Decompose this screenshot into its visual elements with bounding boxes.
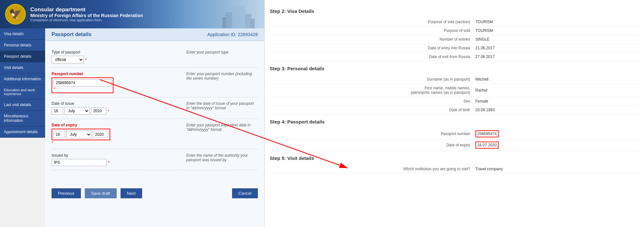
form-body: Type of passport official regular diplom… xyxy=(45,41,264,175)
step2-value-0: TOURISM xyxy=(473,18,639,26)
step5-label-0: Which institution you are going to visit… xyxy=(270,165,473,173)
step5-heading: Step 5: Visit details xyxy=(270,155,639,162)
page-title: Passport details xyxy=(52,32,92,37)
passport-number-row: Passport number * Enter your passport nu… xyxy=(52,68,258,97)
header-subtitle: Completion of electronic visa applicatio… xyxy=(30,18,143,22)
table-row: Which institution you are going to visit… xyxy=(270,165,639,173)
sidebar-item-additional-info[interactable]: Additional information xyxy=(0,74,45,85)
table-row: First name, middle names,patronymic name… xyxy=(270,84,639,97)
cancel-button[interactable]: Cancel xyxy=(232,188,258,198)
issued-by-hint: Enter the name of the authority your pas… xyxy=(186,153,248,162)
svg-rect-7 xyxy=(251,19,255,28)
previous-button[interactable]: Previous xyxy=(52,188,81,198)
app-id: Application ID: 22893426 xyxy=(208,32,258,37)
next-button[interactable]: Next xyxy=(121,188,142,198)
header-text: Consular department Ministry of Foreign … xyxy=(30,6,143,22)
date-of-issue-row: Date of issue JanuaryFebruaryMarch April… xyxy=(52,97,258,119)
step2-value-2: SINGLE xyxy=(473,35,639,44)
date-issue-day[interactable] xyxy=(52,107,63,114)
passport-number-box: * xyxy=(52,77,113,93)
issued-by-label: Issued by xyxy=(52,153,110,158)
issued-by-row: Issued by * Enter the name of the author… xyxy=(52,149,258,170)
sidebar-item-last-visit[interactable]: Last visit details xyxy=(0,99,45,111)
table-row: Purpose of visit (section) TOURISM xyxy=(270,18,639,26)
sidebar-item-appointment[interactable]: Appointment details xyxy=(0,126,45,138)
table-row: Date of entry into Russia 21.06.2017 xyxy=(270,44,639,53)
step2-value-4: 27.06.2017 xyxy=(473,53,639,61)
svg-rect-5 xyxy=(245,14,251,28)
date-issue-label: Date of issue xyxy=(52,101,110,106)
step3-label-3: Date of birth xyxy=(270,106,473,114)
header-banner: 🦅 Consular department Ministry of Foreig… xyxy=(0,0,264,28)
step2-heading: Step 2: Visa Details xyxy=(270,8,639,15)
date-expiry-month[interactable]: JanuaryFebruaryMarch AprilMayJune JulyAu… xyxy=(66,131,92,138)
table-row: Number of entries SINGLE xyxy=(270,35,639,44)
table-row: Date of exit from Russia 27.06.2017 xyxy=(270,53,639,61)
form-buttons: Previous Save draft Next Cancel xyxy=(45,183,264,203)
header-logo: 🦅 xyxy=(5,4,26,25)
step3-value-3: 20.09.1983 xyxy=(473,106,639,114)
step2-value-3: 21.06.2017 xyxy=(473,44,639,53)
table-row: Purpose of visit TOURISM xyxy=(270,26,639,35)
step5-table: Which institution you are going to visit… xyxy=(270,165,639,173)
table-row: Date of expiry 16.07.2020 xyxy=(270,140,639,151)
sidebar-item-visa-details[interactable]: Visa details xyxy=(0,28,45,40)
table-row: Passport number 258695974 xyxy=(270,128,639,140)
date-issue-hint: Enter the date of issue of your passport… xyxy=(186,101,254,110)
svg-rect-2 xyxy=(232,6,245,28)
right-panel: Step 2: Visa Details Purpose of visit (s… xyxy=(264,0,644,227)
step3-heading: Step 3: Personal details xyxy=(270,66,639,73)
save-draft-button[interactable]: Save draft xyxy=(85,188,117,198)
table-row: Surname (as in passport) Mitchell xyxy=(270,75,639,84)
sidebar-item-personal-details[interactable]: Personal details xyxy=(0,40,45,51)
dept-name: Consular department xyxy=(30,6,143,13)
step4-date-expiry-value: 16.07.2020 xyxy=(473,140,639,151)
step3-label-2: Sex xyxy=(270,97,473,106)
date-issue-year[interactable] xyxy=(91,107,106,114)
step5-value-0: Travel company xyxy=(473,165,639,173)
date-expiry-highlight: 16.07.2020 xyxy=(475,142,499,149)
step4-date-expiry-label: Date of expiry xyxy=(270,140,473,151)
type-passport-label: Type of passport xyxy=(52,50,110,54)
passport-number-input[interactable] xyxy=(54,79,112,86)
step3-value-2: Female xyxy=(473,97,639,106)
date-expiry-hint: Enter your passport expiration date in "… xyxy=(186,123,250,132)
form-area: Passport details Application ID: 2289342… xyxy=(45,28,264,227)
step2-table: Purpose of visit (section) TOURISM Purpo… xyxy=(270,18,639,61)
date-issue-inputs: JanuaryFebruaryMarch AprilMayJune JulyAu… xyxy=(52,107,110,115)
step3-label-0: Surname (as in passport) xyxy=(270,75,473,84)
step2-label-4: Date of exit from Russia xyxy=(270,53,473,61)
date-of-expiry-row: Date of expiry JanuaryFebruaryMarch Apri… xyxy=(52,119,258,149)
date-issue-month[interactable]: JanuaryFebruaryMarch AprilMayJune JulyAu… xyxy=(64,107,90,115)
svg-rect-6 xyxy=(222,17,226,28)
sidebar-item-education[interactable]: Education and work experience xyxy=(0,85,45,99)
type-of-passport-row: Type of passport official regular diplom… xyxy=(52,46,258,68)
step2-label-3: Date of entry into Russia xyxy=(270,44,473,53)
step4-table: Passport number 258695974 Date of expiry… xyxy=(270,128,639,151)
step4-passport-number-value: 258695974 xyxy=(473,128,639,140)
passport-number-highlight: 258695974 xyxy=(475,130,499,137)
date-expiry-year[interactable] xyxy=(93,131,108,138)
type-hint: Enter your passport type xyxy=(186,50,229,54)
step2-value-1: TOURISM xyxy=(473,26,639,35)
passport-number-hint: Enter your passport number (including th… xyxy=(186,72,252,81)
type-passport-select[interactable]: official regular diplomatic xyxy=(52,56,84,64)
svg-rect-3 xyxy=(235,4,237,7)
step2-label-1: Purpose of visit xyxy=(270,26,473,35)
step3-table: Surname (as in passport) Mitchell First … xyxy=(270,75,639,114)
step4-passport-number-label: Passport number xyxy=(270,128,473,140)
form-header: Passport details Application ID: 2289342… xyxy=(45,28,264,41)
date-expiry-label: Date of expiry xyxy=(52,123,110,127)
step2-label-0: Purpose of visit (section) xyxy=(270,18,473,26)
sidebar-item-passport-details[interactable]: Passport details xyxy=(0,51,45,62)
step3-label-1: First name, middle names,patronymic name… xyxy=(270,84,473,97)
sidebar-item-visit-details[interactable]: Visit details xyxy=(0,62,45,74)
date-expiry-day[interactable] xyxy=(54,131,65,138)
issued-by-input[interactable] xyxy=(52,159,107,166)
sidebar: Visa details Personal details Passport d… xyxy=(0,28,45,227)
date-expiry-inputs: JanuaryFebruaryMarch AprilMayJune JulyAu… xyxy=(54,131,108,138)
type-required-marker: * xyxy=(85,57,87,62)
passport-number-label: Passport number xyxy=(52,72,110,76)
ministry-name: Ministry of Foreign Affairs of the Russi… xyxy=(30,13,143,18)
sidebar-item-misc[interactable]: Miscellaneous information xyxy=(0,111,45,126)
